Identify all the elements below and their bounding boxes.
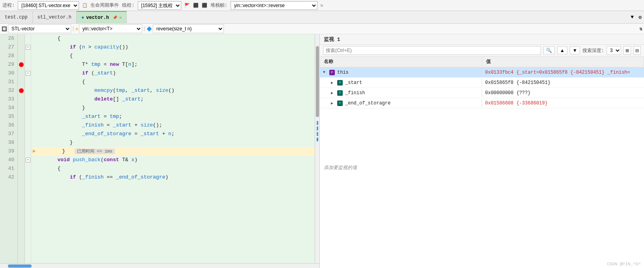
fold-button[interactable]: −: [26, 158, 30, 162]
code-text: {: [33, 52, 73, 60]
add-watch-item[interactable]: 添加要监视的项: [320, 162, 644, 173]
watch-up-button[interactable]: ▲: [557, 47, 567, 54]
watch-col-name: 名称: [320, 57, 482, 66]
code-line: if (_finish == _end_of_storagre): [33, 173, 315, 182]
tab-stl-vector-h[interactable]: stl_vector.h: [33, 11, 77, 23]
code-lines: { if (n > capacity()) { T* tmp = new T[n…: [31, 34, 315, 263]
breakpoint-slot[interactable]: [18, 112, 24, 121]
breakpoint-slot[interactable]: [18, 147, 24, 156]
tab-pin-icon: 📌: [113, 15, 117, 20]
main-area: 2627282930313233343536373839404142 −−− {…: [0, 34, 644, 268]
watch-variable-name: _end_of_storagre: [345, 100, 391, 106]
thread-label: 线程:: [122, 2, 134, 9]
watch-row[interactable]: ▶T_end_of_storagre0x01586608 {-33686019}: [320, 98, 644, 108]
code-line: {: [33, 34, 315, 43]
fold-slot: [25, 95, 31, 104]
breakpoint-slot[interactable]: [18, 60, 24, 69]
watch-row[interactable]: ▶T_start0x015865f8 {-842150451}: [320, 78, 644, 88]
code-text: void push_back(const T& x): [33, 156, 137, 164]
namespace-dropdown[interactable]: yin::vector<T>: [79, 24, 142, 33]
watch-icon-btn-1[interactable]: ⊞: [623, 46, 631, 55]
breakpoint-slot[interactable]: [18, 104, 24, 112]
watch-down-button[interactable]: ▼: [570, 47, 580, 54]
fold-column: −−−: [25, 34, 31, 263]
tab-test-cpp[interactable]: test.cpp: [0, 11, 33, 23]
breakpoint-marker[interactable]: [19, 62, 24, 67]
code-text: T* tmp = new T[n];: [33, 60, 137, 69]
watch-search-input[interactable]: [323, 46, 541, 55]
watch-row[interactable]: ▶T_finish0x00000000 {???}: [320, 88, 644, 98]
fold-slot: [25, 86, 31, 95]
fold-slot: −: [25, 156, 31, 164]
toolbar: 进程: [18460] STL-vector.exe 📋 生命周期事件 线程: …: [0, 0, 644, 11]
code-line: if (_start): [33, 69, 315, 78]
fold-slot: [25, 138, 31, 147]
tab-overflow-button[interactable]: ▼: [628, 11, 636, 23]
fold-slot: [25, 164, 31, 173]
code-text: if (_start): [33, 69, 116, 78]
process-select[interactable]: [18460] STL-vector.exe: [18, 1, 79, 10]
breakpoint-marker[interactable]: [19, 88, 24, 93]
code-line: memcpy(tmp, _start, size(): [33, 86, 315, 95]
code-editor: 2627282930313233343536373839404142 −−− {…: [0, 34, 320, 268]
watch-row-name: ▶T_finish: [320, 89, 482, 97]
fold-button[interactable]: −: [26, 71, 30, 76]
stack-select[interactable]: yin::vector<int>::reverse: [231, 1, 317, 10]
code-line: void push_back(const T& x): [33, 156, 315, 164]
vertical-scrollbar[interactable]: [315, 34, 319, 263]
tab-gear-button[interactable]: ⚙: [636, 11, 644, 23]
expand-arrow-icon[interactable]: ▶: [331, 80, 336, 85]
breakpoint-slot[interactable]: [18, 52, 24, 60]
breakpoint-slot[interactable]: [18, 173, 24, 182]
hscroll-thumb[interactable]: [8, 264, 32, 268]
expand-arrow-icon[interactable]: ▶: [331, 91, 336, 95]
breakpoint-slot[interactable]: [18, 121, 24, 130]
class-dropdown[interactable]: STL-vector: [8, 24, 71, 33]
watch-rows: ▼Pthis0x0133fbc4 {_start=0x015865f8 {-84…: [320, 67, 644, 162]
code-line: {: [33, 52, 315, 60]
code-line: ▶ } 已用时间 <= 1ms: [33, 147, 315, 156]
line-numbers: 2627282930313233343536373839404142: [0, 34, 18, 263]
breakpoint-slot[interactable]: [18, 34, 24, 43]
code-scroll-area[interactable]: 2627282930313233343536373839404142 −−− {…: [0, 34, 319, 263]
breakpoint-slot[interactable]: [18, 130, 24, 138]
code-text: {: [33, 34, 60, 43]
current-line-arrow: ▶: [33, 147, 36, 156]
watch-variable-value: 0x01586608 {-33686019}: [482, 99, 644, 107]
code-text: if (n > capacity()): [33, 43, 128, 52]
tab-close-icon[interactable]: ✕: [119, 15, 122, 20]
fold-button[interactable]: −: [26, 45, 30, 50]
tab-vector-h-dot: ●: [81, 15, 84, 20]
fold-slot: −: [25, 43, 31, 52]
fold-slot: [25, 112, 31, 121]
scroll-marker: [317, 121, 318, 125]
breakpoint-slot[interactable]: [18, 78, 24, 86]
breakpoint-slot[interactable]: [18, 95, 24, 104]
tab-vector-h[interactable]: ● vector.h 📌 ✕: [77, 11, 127, 23]
expand-arrow-icon[interactable]: ▼: [323, 70, 328, 74]
search-depth-select[interactable]: 3: [606, 46, 621, 55]
method-dropdown[interactable]: reverse(size_t n): [153, 24, 224, 33]
horizontal-scrollbar[interactable]: [0, 263, 319, 268]
scrollbar-thumb[interactable]: [316, 46, 319, 117]
fold-slot: −: [25, 69, 31, 78]
sync-icon[interactable]: ⇅: [639, 26, 642, 32]
expand-arrow-icon[interactable]: ▶: [331, 101, 336, 106]
scroll-marker: [317, 127, 318, 130]
breakpoint-slot[interactable]: [18, 138, 24, 147]
breakpoint-slot[interactable]: [18, 69, 24, 78]
fold-slot: [25, 121, 31, 130]
watch-variable-name: _finish: [345, 90, 365, 96]
code-text: _start = tmp;: [33, 112, 122, 121]
breakpoint-slot[interactable]: [18, 156, 24, 164]
watch-type-icon: P: [329, 70, 335, 75]
thread-select[interactable]: [15952] 主线程: [138, 1, 181, 10]
breakpoint-slot[interactable]: [18, 43, 24, 52]
breakpoint-slot[interactable]: [18, 164, 24, 173]
fold-slot: [25, 147, 31, 156]
watch-icon-btn-2[interactable]: ⊟: [633, 46, 641, 55]
watch-row[interactable]: ▼Pthis0x0133fbc4 {_start=0x015865f8 {-84…: [320, 67, 644, 78]
code-text: }: [33, 138, 73, 147]
watch-search-button[interactable]: 🔍: [543, 47, 555, 54]
breakpoint-slot[interactable]: [18, 86, 24, 95]
